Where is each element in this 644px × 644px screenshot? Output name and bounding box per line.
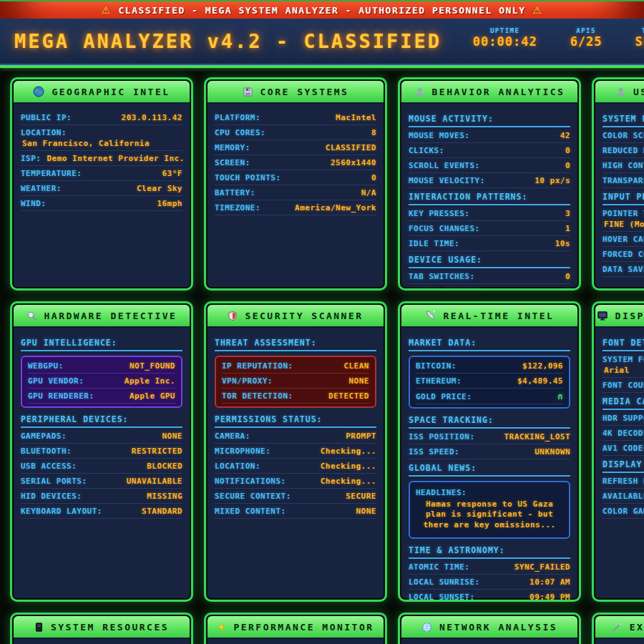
row-label: ISP: [21, 154, 42, 163]
section-header: FONT DETECTION: [602, 334, 644, 351]
row-value: 8 [371, 128, 376, 137]
panel-header: PERFORMANCE MONITOR [208, 616, 384, 639]
data-row: ISP:Demo Internet Provider Inc. [21, 151, 182, 166]
app-title: MEGA ANALYZER v4.2 - CLASSIFIED [14, 30, 441, 52]
panel-real-time-intel: REAL-TIME INTEL MARKET DATA:BITCOIN:$122… [398, 301, 581, 602]
panel-experimental-apis: EXPERIMENTAL APIS [592, 613, 644, 644]
panel-system-resources: SYSTEM RESOURCES [10, 613, 193, 644]
highlight-box-blue: BITCOIN:$122,096ETHEREUM:$4,489.45GOLD P… [409, 356, 570, 409]
row-label: MOUSE MOVES: [409, 131, 469, 140]
news-box: HEADLINES:Hamas response to US Gaza plan… [409, 481, 570, 539]
section-header: MOUSE ACTIVITY: [409, 110, 570, 127]
row-label: WIND: [21, 199, 47, 208]
data-row: HID DEVICES:MISSING [21, 489, 182, 504]
warning-icon: ⚠ [101, 4, 111, 16]
panel-body: FONT DETECTION:SYSTEM FONT:ArialFONT COU… [594, 329, 644, 600]
warning-icon: ⚠ [532, 4, 542, 16]
data-row: SCROLL EVENTS:0 [409, 158, 570, 173]
row-value: Apple Inc. [125, 376, 175, 386]
data-row: CPU CORES:8 [215, 125, 376, 140]
row-label: CLICKS: [409, 146, 444, 155]
row-label: HOVER CAPABILITY: [602, 235, 644, 244]
panel-geographic-intel: GEOGRAPHIC INTEL PUBLIC IP:203.0.113.42L… [10, 77, 193, 291]
panel-grid: GEOGRAPHIC INTEL PUBLIC IP:203.0.113.42L… [0, 68, 644, 644]
server-icon [34, 622, 44, 633]
stat-label: UPTIME [490, 27, 520, 34]
row-value: BLOCKED [147, 462, 182, 471]
row-value: UNAVAILABLE [127, 477, 182, 486]
row-value: Checking... [321, 462, 376, 471]
row-value: $122,096 [522, 361, 563, 371]
row-label: WEBGPU: [28, 361, 64, 371]
section-header: SYSTEM PREFERENCES: [602, 110, 644, 127]
app-header: MEGA ANALYZER v4.2 - CLASSIFIED UPTIME 0… [0, 19, 644, 65]
data-row: PUBLIC IP:203.0.113.42 [21, 110, 182, 125]
row-label: ISS POSITION: [409, 432, 475, 441]
row-label: MICROPHONE: [215, 447, 270, 456]
row-value: NONE [349, 376, 370, 386]
data-row: SERIAL PORTS:UNAVAILABLE [21, 474, 182, 489]
row-label: FORCED COLORS: [602, 250, 644, 259]
data-row: CAMERA:PROMPT [215, 429, 376, 444]
panel-title: PERFORMANCE MONITOR [233, 622, 374, 633]
row-value: Clear Sky [137, 184, 182, 193]
section-header: TIME & ASTRONOMY: [409, 542, 570, 559]
data-row: TEMPERATURE:63°F [21, 166, 182, 181]
stat-uptime: UPTIME 00:00:42 [473, 27, 537, 49]
row-label: 4K DECODE: [602, 429, 644, 438]
panel-body: PUBLIC IP:203.0.113.42LOCATION:San Franc… [12, 105, 191, 288]
data-row: IDLE TIME:10s [409, 236, 570, 251]
section-header: GLOBAL NEWS: [409, 459, 570, 477]
data-row: MOUSE MOVES:42 [409, 128, 570, 143]
data-row: TOUCH POINTS:0 [215, 170, 376, 185]
row-value: CLEAN [343, 361, 369, 371]
data-row: PLATFORM:MacIntel [215, 110, 376, 125]
row-value: America/New_York [295, 203, 376, 213]
classified-banner: ⚠ CLASSIFIED - MEGA SYSTEM ANALYZER - AU… [0, 0, 644, 19]
data-row: REFRESH RATE: [602, 474, 644, 489]
panel-title: CORE SYSTEMS [260, 87, 349, 97]
row-label: LOCATION: [21, 128, 67, 137]
globe-icon [33, 86, 44, 97]
panel-title: SECURITY SCANNER [245, 311, 363, 321]
row-label: HIGH CONTRAST: [602, 161, 644, 170]
row-label: MOUSE VELOCITY: [409, 176, 485, 185]
stat-value: 6/25 [570, 34, 602, 49]
row-label: ETHEREUM: [416, 376, 462, 386]
data-row: 4K DECODE: [602, 426, 644, 441]
row-label: GAMEPADS: [21, 431, 67, 441]
row-value: 203.0.113.42 [122, 113, 182, 122]
data-row: KEY PRESSES:3 [409, 206, 570, 221]
row-label: TOUCH POINTS: [215, 173, 281, 182]
news-headline: Hamas response to US Gaza plan is signif… [416, 499, 563, 530]
stat-label: APIS [576, 27, 596, 34]
data-row: ATOMIC TIME:SYNC_FAILED [409, 560, 570, 575]
row-value: NONE [356, 507, 377, 516]
row-value: CLASSIFIED [326, 143, 376, 152]
row-value: Checking... [321, 477, 376, 486]
data-row: BITCOIN:$122,096 [416, 358, 563, 374]
row-value: MISSING [147, 492, 182, 501]
row-label: LOCATION: [215, 462, 260, 471]
row-label: MEMORY: [215, 143, 250, 152]
panel-body [12, 640, 191, 644]
panel-body [400, 640, 579, 644]
data-row: FONT COUNT: [602, 378, 644, 393]
data-row: WEBGPU:NOT_FOUND [28, 358, 175, 374]
wand-icon [612, 622, 623, 633]
mega-analyzer-dashboard: { "banner": { "warning_icon": "⚠", "text… [0, 0, 644, 644]
data-row: TRANSPARENCY: [602, 173, 644, 188]
row-value: Demo Internet Provider Inc. [47, 154, 185, 163]
row-label: COLOR SCHEME: [602, 131, 644, 140]
row-label: GPU RENDERER: [28, 391, 94, 401]
row-label: SERIAL PORTS: [21, 477, 87, 486]
row-label: COLOR GAMUT: [602, 507, 644, 516]
row-value: 10s [555, 239, 570, 248]
row-value: 09:49 PM [530, 592, 570, 600]
panel-title: REAL-TIME INTEL [444, 311, 555, 321]
row-label: SYSTEM FONT: [602, 355, 644, 364]
row-value: 16mph [157, 199, 182, 208]
panel-behavior-analytics: BEHAVIOR ANALYTICS MOUSE ACTIVITY:MOUSE … [398, 77, 581, 291]
row-label: PUBLIC IP: [21, 113, 72, 122]
highlight-box-red: IP REPUTATION:CLEANVPN/PROXY:NONETOR DET… [215, 356, 376, 408]
